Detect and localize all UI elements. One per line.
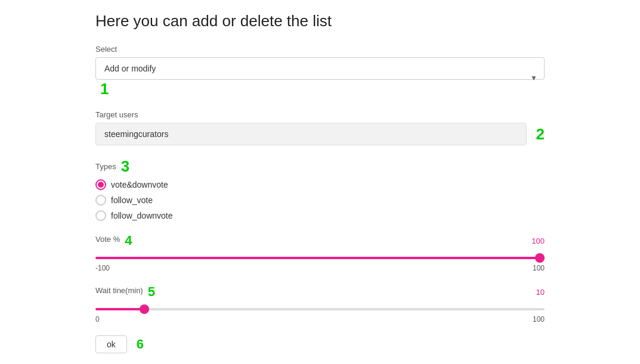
vote-percent-section: Vote % 4 100 -100 100 <box>95 233 545 272</box>
target-users-group: Target users 2 <box>95 110 545 145</box>
radio-label-follow-downvote: follow_downvote <box>111 211 173 220</box>
badge-6: 6 <box>137 337 144 352</box>
vote-percent-slider[interactable] <box>95 257 545 259</box>
select-dropdown[interactable]: Add or modifyDelete <box>95 57 545 80</box>
wait-time-slider[interactable] <box>95 308 545 310</box>
radio-group: vote&downvote follow_vote follow_downvot… <box>95 179 545 221</box>
badge-5: 5 <box>148 284 155 300</box>
wait-time-section: Wait tine(min) 5 10 0 100 <box>95 284 545 323</box>
ok-button[interactable]: ok <box>95 335 127 353</box>
select-label: Select <box>95 45 545 54</box>
vote-percent-range-labels: -100 100 <box>95 264 545 272</box>
vote-percent-max-label: 100 <box>533 264 545 272</box>
types-group: Types 3 vote&downvote follow_vote follow… <box>95 157 545 221</box>
radio-label-vote-downvote: vote&downvote <box>111 180 168 189</box>
radio-follow-downvote[interactable]: follow_downvote <box>95 210 545 221</box>
radio-follow-vote[interactable]: follow_vote <box>95 195 545 206</box>
vote-percent-min-label: -100 <box>95 264 110 272</box>
page-title: Here you can add or delete the list <box>95 12 545 30</box>
wait-time-value: 10 <box>536 288 545 297</box>
vote-percent-label: Vote % <box>95 235 120 244</box>
vote-percent-value: 100 <box>531 237 545 245</box>
ok-button-group: ok 6 <box>95 335 545 353</box>
vote-percent-slider-container <box>95 251 545 262</box>
radio-circle-vote-downvote <box>95 179 106 190</box>
target-users-label: Target users <box>95 110 545 119</box>
wait-time-min-label: 0 <box>95 315 100 323</box>
target-users-input[interactable] <box>95 123 527 145</box>
badge-2: 2 <box>536 125 545 144</box>
types-label: Types <box>95 162 116 171</box>
wait-time-slider-container <box>95 302 545 313</box>
select-wrapper: Add or modifyDelete ▼ 1 <box>95 57 545 98</box>
vote-percent-header: Vote % 4 100 <box>95 233 545 248</box>
radio-label-follow-vote: follow_vote <box>111 195 153 205</box>
badge-1: 1 <box>100 80 109 98</box>
radio-circle-follow-vote <box>95 195 106 206</box>
radio-circle-follow-downvote <box>95 210 106 221</box>
badge-3: 3 <box>121 157 129 176</box>
badge-4: 4 <box>125 233 132 248</box>
wait-time-label: Wait tine(min) <box>95 286 143 295</box>
wait-time-max-label: 100 <box>533 315 545 323</box>
select-group: Select Add or modifyDelete ▼ 1 <box>95 45 545 98</box>
radio-vote-downvote[interactable]: vote&downvote <box>95 179 545 190</box>
wait-time-header: Wait tine(min) 5 10 <box>95 284 545 300</box>
wait-time-range-labels: 0 100 <box>95 315 545 323</box>
